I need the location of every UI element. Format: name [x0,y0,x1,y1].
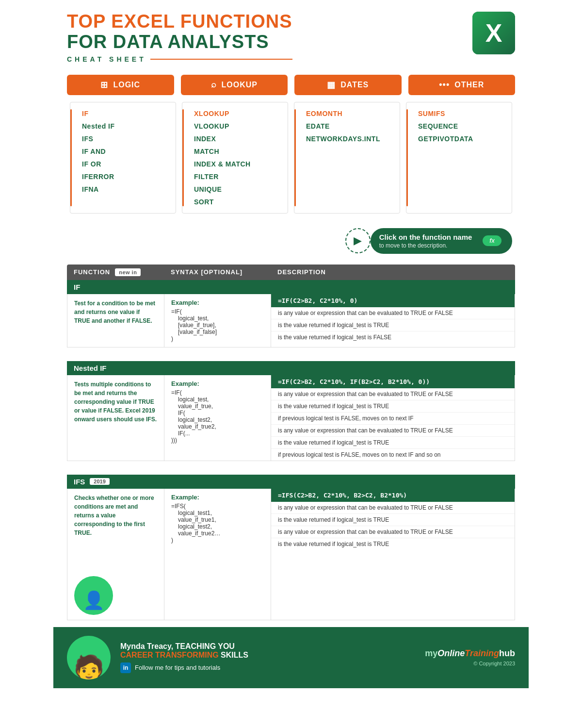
syntax-intro: =IFS( [171,503,264,510]
param: IF( [178,410,264,416]
param-row: if previous logical test is FALSE, moves… [271,413,515,425]
list-item[interactable]: SEQUENCE [413,120,505,132]
param-row: is the value returned if logical_test is… [271,319,515,331]
linkedin-text: Follow me for tips and tutorials [135,664,220,671]
footer-avatar: 🧑 [67,636,111,679]
param-row: is the value returned if logical_test is… [271,514,515,526]
func-params-if: =IF(C2>B2, C2*10%, 0) is any value or ex… [271,294,515,347]
footer-author: Mynda Treacy, TEACHING YOU [120,642,248,651]
dates-icon: ▦ [327,80,336,90]
list-item[interactable]: UNIQUE [189,183,281,196]
list-item[interactable]: XLOOKUP [189,107,281,120]
param: logical_test2, [178,523,264,530]
syntax-close: ) [171,335,264,342]
logic-icon: ⊞ [100,80,108,90]
param-row: is any value or expression that can be e… [271,307,515,319]
func-desc-if: Test for a condition to be met and retur… [67,294,164,347]
list-item[interactable]: EOMONTH [301,107,393,120]
param: [value_if_false] [178,329,264,335]
param: value_if_true2, [178,423,264,430]
list-item[interactable]: IF [77,107,169,120]
list-item[interactable]: NETWORKDAYS.INTL [301,132,393,145]
func-detail-if: Test for a condition to be met and retur… [67,294,515,347]
list-item[interactable]: FILTER [189,170,281,183]
func-syntax-nested-if: Example: =IF( logical_test, value_if_tru… [164,375,271,461]
example-formula-nested-if: =IF(C2>B2, C2*10%, IF(B2>C2, B2*10%, 0)) [271,375,515,388]
title-line1: TOP EXCEL FUNCTIONS [67,12,292,32]
param: logical_test1, [178,510,264,516]
list-item[interactable]: VLOOKUP [189,120,281,132]
footer-text: Mynda Treacy, TEACHING YOU CAREER TRANSF… [120,642,248,673]
param-row: is any value or expression that can be e… [271,425,515,437]
lookup-label: LOOKUP [222,81,258,89]
page-header: TOP EXCEL FUNCTIONS FOR DATA ANALYSTS CH… [53,0,529,68]
list-item[interactable]: IFNA [77,183,169,196]
other-label: OTHER [454,81,484,89]
list-item[interactable]: INDEX [189,132,281,145]
avatar-icon: 👤 [83,587,105,613]
fx-badge: fx [483,235,501,246]
example-formula-if: =IF(C2>B2, C2*10%, 0) [271,294,515,307]
syntax-params: logical_test, [value_if_true], [value_if… [171,315,264,335]
dates-label: DATES [340,81,369,89]
param-row: is the value returned if logical_test is… [271,331,515,343]
param-row: is the value returned if logical_test is… [271,437,515,449]
th-newin-badge: new in [115,268,141,276]
param: logical_test, [178,315,264,322]
param: value_if_true1, [178,516,264,523]
param-row: is any value or expression that can be e… [271,388,515,400]
syntax-close: ) [171,537,264,544]
category-buttons: ⊞ LOGIC ⌕ LOOKUP ▦ DATES ••• OTHER [53,68,529,95]
brand-name: myOnlineTraininghub [425,648,515,659]
function-row-ifs: IFS 2019 Checks whether one or more cond… [67,475,515,620]
func-syntax-ifs: Example: =IFS( logical_test1, value_if_t… [164,489,271,620]
list-item[interactable]: Nested IF [77,120,169,132]
click-hint-sub: to move to the description. [379,242,448,249]
other-list: SUMIFS SEQUENCE GETPIVOTDATA [406,102,512,214]
func-syntax-if: Example: =IF( logical_test, [value_if_tr… [164,294,271,347]
list-item[interactable]: IF AND [77,145,169,158]
title-line2: FOR DATA ANALYSTS [67,32,292,52]
func-desc-ifs: Checks whether one or more conditions ar… [67,489,164,620]
subtitle: CHEAT SHEET [67,55,292,63]
list-item[interactable]: SORT [189,196,281,208]
example-label: Example: [171,299,264,306]
click-hint-area: ▶ Click on the function name to move to … [53,216,529,257]
click-hint-circle: ▶ [345,228,371,253]
list-item[interactable]: EDATE [301,120,393,132]
logic-list: IF Nested IF IFS IF AND IF OR IFERROR IF… [70,102,176,214]
function-table: FUNCTION new in SYNTAX [OPTIONAL] DESCRI… [53,257,529,620]
excel-logo-letter: X [485,18,502,48]
footer-linkedin: in Follow me for tips and tutorials [120,662,248,673]
syntax-intro: =IF( [171,389,264,396]
func-name-nested-if: Nested IF [67,361,515,375]
cursor-icon: ▶ [354,234,362,247]
func-detail-ifs: Checks whether one or more conditions ar… [67,489,515,620]
list-item[interactable]: IF OR [77,158,169,170]
category-lookup[interactable]: ⌕ LOOKUP [181,75,288,95]
function-row-nested-if: Nested IF Tests multiple conditions to b… [67,361,515,461]
list-item[interactable]: SUMIFS [413,107,505,120]
func-params-nested-if: =IF(C2>B2, C2*10%, IF(B2>C2, B2*10%, 0))… [271,375,515,461]
instructor-avatar: 👤 [74,576,113,615]
linkedin-icon[interactable]: in [120,662,131,673]
header-title: TOP EXCEL FUNCTIONS FOR DATA ANALYSTS CH… [67,12,292,63]
func-name-ifs: IFS 2019 [67,475,515,489]
dates-list: EOMONTH EDATE NETWORKDAYS.INTL [294,102,400,214]
th-function: FUNCTION new in [67,265,164,280]
syntax-params: logical_test, value_if_true, IF( logical… [171,396,264,437]
list-item[interactable]: INDEX & MATCH [189,158,281,170]
func-detail-nested-if: Tests multiple conditions to be met and … [67,375,515,461]
list-item[interactable]: IFERROR [77,170,169,183]
func-params-ifs: =IFS(C2>B2, C2*10%, B2>C2, B2*10%) is an… [271,489,515,620]
list-item[interactable]: MATCH [189,145,281,158]
list-item[interactable]: IFS [77,132,169,145]
list-item[interactable]: GETPIVOTDATA [413,132,505,145]
category-dates[interactable]: ▦ DATES [294,75,402,95]
th-description: DESCRIPTION [271,265,515,280]
avatar-person: 🧑 [73,654,105,679]
category-other[interactable]: ••• OTHER [408,75,516,95]
copyright: © Copyright 2023 [425,661,515,666]
category-logic[interactable]: ⊞ LOGIC [67,75,174,95]
avatar-placeholder: 👤 [74,576,157,615]
